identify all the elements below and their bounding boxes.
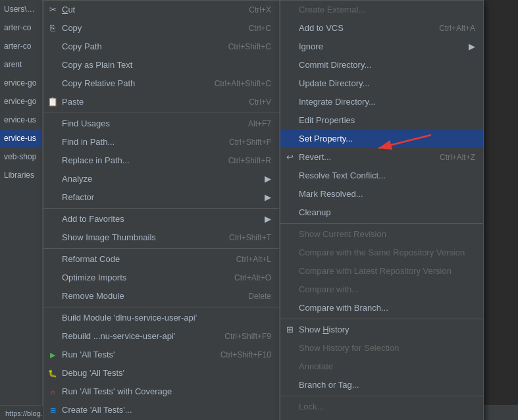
- analyze-arrow: ▶: [265, 172, 271, 186]
- cleanup-label: Cleanup: [299, 205, 475, 220]
- submenu-item-mark-resolved[interactable]: Mark Resolved...: [280, 185, 483, 203]
- refactor-arrow: ▶: [265, 190, 271, 205]
- favorites-arrow: ▶: [265, 212, 271, 226]
- paste-shortcut: Ctrl+V: [249, 95, 271, 109]
- submenu-item-compare-with[interactable]: Compare with...: [280, 280, 483, 299]
- menu-item-copy-relative[interactable]: Copy Relative Path Ctrl+Alt+Shift+C: [43, 74, 279, 93]
- menu-item-paste[interactable]: 📋 Paste Ctrl+V: [43, 93, 279, 111]
- show-history-icon: ⊞: [284, 323, 296, 337]
- submenu-item-compare-same[interactable]: Compare with the Same Repository Version: [280, 244, 483, 262]
- copy-path-shortcut: Ctrl+Shift+C: [228, 39, 271, 54]
- sidebar-item-0[interactable]: Users\Min: [0, 0, 42, 18]
- submenu-separator-1: [280, 223, 483, 224]
- find-usages-label: Find Usages: [62, 117, 235, 131]
- menu-item-rebuild[interactable]: Rebuild ...nu-service-user-api' Ctrl+Shi…: [43, 327, 279, 346]
- sidebar-item-9[interactable]: Libraries: [0, 166, 42, 184]
- build-label: Build Module 'dlnu-service-user-api': [62, 311, 271, 325]
- menu-item-reformat[interactable]: Reformat Code Ctrl+Alt+L: [43, 250, 279, 269]
- integrate-dir-label: Integrate Directory...: [299, 95, 475, 109]
- thumbnails-label: Show Image Thumbnails: [62, 230, 216, 245]
- menu-item-create-tests[interactable]: ⊞ Create 'All Tests'...: [43, 401, 279, 419]
- debug-tests-label: Debug 'All Tests': [62, 366, 271, 381]
- submenu-item-compare-branch[interactable]: Compare with Branch...: [280, 299, 483, 317]
- menu-item-run-coverage[interactable]: ☼ Run 'All Tests' with Coverage: [43, 382, 279, 401]
- resolve-conflict-label: Resolve Text Conflict...: [299, 169, 475, 183]
- paste-icon: 📋: [47, 95, 59, 109]
- submenu-item-compare-latest[interactable]: Compare with Latest Repository Version: [280, 262, 483, 280]
- submenu-item-show-history[interactable]: ⊞ Show History: [280, 321, 483, 339]
- sidebar-item-8[interactable]: veb-shop: [0, 147, 42, 166]
- update-dir-label: Update Directory...: [299, 76, 475, 91]
- menu-item-refactor[interactable]: Refactor ▶: [43, 188, 279, 207]
- submenu-item-ignore[interactable]: Ignore ▶: [280, 38, 483, 56]
- menu-item-debug-tests[interactable]: 🐛 Debug 'All Tests': [43, 364, 279, 382]
- mark-resolved-label: Mark Resolved...: [299, 187, 475, 201]
- remove-module-shortcut: Delete: [248, 289, 271, 303]
- cut-label: Cut: [62, 3, 236, 17]
- submenu-item-edit-props[interactable]: Edit Properties: [280, 111, 483, 130]
- menu-item-copy-plain[interactable]: Copy as Plain Text: [43, 56, 279, 74]
- revert-shortcut: Ctrl+Alt+Z: [440, 150, 475, 165]
- separator-3: [43, 248, 279, 249]
- find-path-shortcut: Ctrl+Shift+F: [229, 135, 271, 149]
- submenu-item-commit-dir[interactable]: Commit Directory...: [280, 56, 483, 74]
- submenu-item-create-external[interactable]: Create External...: [280, 1, 483, 19]
- sidebar-item-1[interactable]: arter-co: [0, 18, 42, 37]
- submenu-item-show-history-sel[interactable]: Show History for Selection: [280, 339, 483, 357]
- submenu-item-resolve-conflict[interactable]: Resolve Text Conflict...: [280, 167, 483, 185]
- menu-item-replace-path[interactable]: Replace in Path... Ctrl+Shift+R: [43, 151, 279, 170]
- show-history-sel-label: Show History for Selection: [299, 341, 475, 355]
- create-icon: ⊞: [47, 403, 59, 417]
- sidebar-item-7[interactable]: ervice-us: [0, 129, 42, 147]
- paste-label: Paste: [62, 95, 236, 109]
- submenu-separator-3: [280, 396, 483, 396]
- run-coverage-label: Run 'All Tests' with Coverage: [62, 384, 271, 399]
- submenu-item-add-vcs[interactable]: Add to VCS Ctrl+Alt+A: [280, 19, 483, 38]
- sidebar-item-3[interactable]: arent: [0, 55, 42, 74]
- sidebar-item-5[interactable]: ervice-go: [0, 92, 42, 111]
- menu-item-favorites[interactable]: Add to Favorites ▶: [43, 210, 279, 228]
- submenu-item-update-dir[interactable]: Update Directory...: [280, 74, 483, 93]
- menu-item-cut[interactable]: ✂ Cut Ctrl+X: [43, 1, 279, 19]
- run-tests-label: Run 'All Tests': [62, 348, 207, 362]
- menu-item-run-tests[interactable]: ▶ Run 'All Tests' Ctrl+Shift+F10: [43, 346, 279, 364]
- submenu-item-integrate-dir[interactable]: Integrate Directory...: [280, 93, 483, 111]
- remove-module-label: Remove Module: [62, 289, 235, 303]
- submenu-item-unlock[interactable]: Unlock: [280, 416, 483, 420]
- menu-item-remove-module[interactable]: Remove Module Delete: [43, 287, 279, 305]
- find-usages-shortcut: Alt+F7: [248, 117, 271, 131]
- compare-with-label: Compare with...: [299, 282, 475, 297]
- copy-relative-label: Copy Relative Path: [62, 76, 201, 91]
- separator-4: [43, 307, 279, 307]
- show-revision-label: Show Current Revision: [299, 227, 475, 242]
- submenu-item-annotate[interactable]: Annotate: [280, 357, 483, 376]
- menu-item-copy-path[interactable]: Copy Path Ctrl+Shift+C: [43, 38, 279, 56]
- sidebar-item-2[interactable]: arter-co: [0, 37, 42, 55]
- menu-item-find-usages[interactable]: Find Usages Alt+F7: [43, 115, 279, 133]
- menu-item-analyze[interactable]: Analyze ▶: [43, 170, 279, 188]
- sidebar-item-6[interactable]: ervice-us: [0, 111, 42, 129]
- menu-item-build[interactable]: Build Module 'dlnu-service-user-api': [43, 309, 279, 327]
- menu-item-copy[interactable]: ⎘ Copy Ctrl+C: [43, 19, 279, 38]
- reformat-label: Reformat Code: [62, 252, 223, 267]
- submenu-item-lock[interactable]: Lock...: [280, 398, 483, 416]
- menu-item-optimize[interactable]: Optimize Imports Ctrl+Alt+O: [43, 269, 279, 287]
- sidebar: Users\Min arter-co arter-co arent ervice…: [0, 0, 43, 420]
- submenu-item-show-revision[interactable]: Show Current Revision: [280, 225, 483, 244]
- compare-same-label: Compare with the Same Repository Version: [299, 246, 475, 260]
- submenu-separator-2: [280, 319, 483, 319]
- separator-1: [43, 113, 279, 113]
- coverage-icon: ☼: [47, 384, 59, 399]
- submenu-item-branch-tag[interactable]: Branch or Tag...: [280, 376, 483, 394]
- svg-line-1: [378, 135, 431, 148]
- copy-relative-shortcut: Ctrl+Alt+Shift+C: [215, 76, 271, 91]
- compare-branch-label: Compare with Branch...: [299, 301, 475, 315]
- optimize-label: Optimize Imports: [62, 271, 221, 285]
- cut-shortcut: Ctrl+X: [249, 3, 271, 17]
- sidebar-item-4[interactable]: ervice-go: [0, 74, 42, 92]
- submenu-item-cleanup[interactable]: Cleanup: [280, 203, 483, 222]
- submenu: Create External... Add to VCS Ctrl+Alt+A…: [280, 0, 484, 420]
- copy-icon: ⎘: [47, 21, 59, 36]
- menu-item-thumbnails[interactable]: Show Image Thumbnails Ctrl+Shift+T: [43, 228, 279, 247]
- menu-item-find-path[interactable]: Find in Path... Ctrl+Shift+F: [43, 133, 279, 151]
